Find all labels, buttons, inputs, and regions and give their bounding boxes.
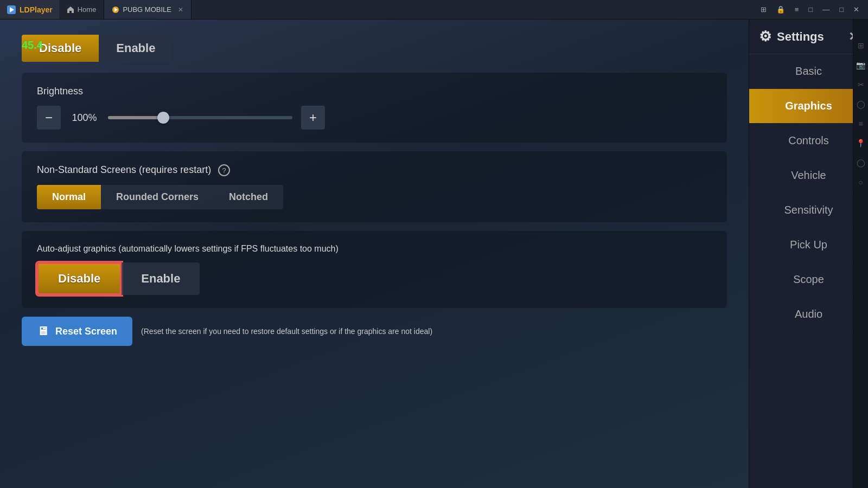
brightness-minus-button[interactable]: − (37, 106, 61, 130)
reset-screen-label: Reset Screen (55, 326, 117, 337)
auto-adjust-section: Auto-adjust graphics (automatically lowe… (22, 231, 727, 308)
reset-screen-button[interactable]: 🖥 Reset Screen (22, 317, 132, 346)
gear-icon: ⚙ (759, 28, 771, 45)
sidebar-item-vehicle[interactable]: Vehicle (749, 158, 868, 193)
sidebar-item-scope[interactable]: Scope (749, 262, 868, 297)
pubg-icon (112, 6, 119, 14)
notched-screen-button[interactable]: Notched (214, 185, 283, 209)
right-edge-icons: ⊞ 📷 ✂ ◯ ≡ 📍 ◯ ○ (853, 20, 868, 488)
tb-icon2[interactable]: 🔒 (772, 3, 789, 16)
settings-title: ⚙ Settings (759, 28, 824, 45)
tb-icon1[interactable]: ⊞ (756, 3, 771, 16)
auto-toggle-row: Disable Enable (37, 262, 712, 295)
brightness-value: 100% (69, 112, 99, 124)
reset-row: 🖥 Reset Screen (Reset the screen if you … (22, 317, 727, 346)
edge-icon-7[interactable]: ◯ (857, 158, 865, 167)
tb-icon3[interactable]: □ (804, 3, 817, 16)
edge-icon-5[interactable]: ≡ (858, 119, 863, 128)
logo-text: LDPlayer (20, 5, 53, 14)
sidebar-item-pickup[interactable]: Pick Up (749, 228, 868, 262)
ldplayer-logo-icon (7, 5, 16, 15)
settings-title-text: Settings (777, 30, 824, 44)
auto-enable-button[interactable]: Enable (122, 262, 200, 295)
brightness-plus-button[interactable]: + (301, 106, 325, 130)
fps-badge: 45.4 (22, 39, 43, 52)
edge-icon-8[interactable]: ○ (858, 178, 863, 187)
monitor-icon: 🖥 (37, 324, 49, 338)
tb-minimize[interactable]: — (818, 3, 834, 16)
normal-screen-button[interactable]: Normal (37, 185, 101, 209)
right-sidebar: ⚙ Settings ✕ Basic Graphics Controls Veh… (749, 20, 868, 488)
non-standard-label-text: Non-Standard Screens (requires restart) (37, 164, 211, 175)
edge-icon-4[interactable]: ◯ (857, 100, 865, 108)
help-icon[interactable]: ? (218, 164, 230, 176)
screen-options: Normal Rounded Corners Notched (37, 185, 712, 209)
home-icon (67, 6, 74, 14)
pubg-tab-label: PUBG MOBILE (123, 5, 171, 14)
tb-menu[interactable]: ≡ (790, 3, 803, 16)
audio-label: Audio (795, 308, 822, 320)
vehicle-label: Vehicle (791, 169, 826, 181)
pubg-tab[interactable]: PUBG MOBILE ✕ (104, 0, 192, 19)
content-area: 45.4 Disable Enable Brightness − 100% + … (0, 20, 749, 488)
auto-disable-button[interactable]: Disable (37, 262, 122, 295)
brightness-label: Brightness (37, 86, 712, 97)
edge-icon-1[interactable]: ⊞ (858, 41, 864, 50)
basic-label: Basic (795, 65, 822, 77)
main-area: 45.4 Disable Enable Brightness − 100% + … (0, 20, 868, 488)
non-standard-section: Non-Standard Screens (requires restart) … (22, 151, 727, 222)
edge-icon-6[interactable]: 📍 (856, 139, 865, 147)
slider-thumb[interactable] (157, 112, 169, 124)
edge-icon-2[interactable]: 📷 (856, 61, 865, 69)
pubg-tab-close[interactable]: ✕ (178, 6, 183, 14)
brightness-section: Brightness − 100% + (22, 73, 727, 143)
home-tab[interactable]: Home (59, 0, 105, 19)
slider-fill (108, 116, 163, 119)
top-enable-button[interactable]: Enable (99, 35, 173, 62)
edge-icon-3[interactable]: ✂ (858, 80, 864, 89)
settings-header: ⚙ Settings ✕ (749, 20, 868, 54)
window-controls: ⊞ 🔒 ≡ □ — □ ✕ (756, 3, 868, 16)
non-standard-label: Non-Standard Screens (requires restart) … (37, 164, 712, 176)
sidebar-item-sensitivity[interactable]: Sensitivity (749, 193, 868, 228)
reset-description: (Reset the screen if you need to restore… (141, 327, 432, 336)
top-toggle-row: Disable Enable (22, 35, 727, 62)
controls-label: Controls (788, 134, 828, 146)
tb-close[interactable]: ✕ (849, 3, 864, 16)
home-tab-label: Home (78, 5, 97, 14)
sidebar-item-audio[interactable]: Audio (749, 297, 868, 332)
graphics-label: Graphics (785, 100, 832, 112)
brightness-slider[interactable] (108, 116, 292, 119)
logo-area: LDPlayer (0, 0, 59, 19)
auto-adjust-desc: Auto-adjust graphics (automatically lowe… (37, 244, 712, 254)
tb-maximize[interactable]: □ (835, 3, 848, 16)
brightness-controls: − 100% + (37, 106, 712, 130)
scope-label: Scope (793, 273, 824, 285)
sidebar-item-graphics[interactable]: Graphics (749, 89, 868, 124)
sensitivity-label: Sensitivity (784, 204, 833, 216)
rounded-screen-button[interactable]: Rounded Corners (101, 185, 214, 209)
top-bar: LDPlayer Home PUBG MOBILE ✕ ⊞ 🔒 ≡ □ — □ … (0, 0, 868, 20)
pickup-label: Pick Up (790, 239, 827, 251)
sidebar-item-controls[interactable]: Controls (749, 124, 868, 158)
sidebar-item-basic[interactable]: Basic (749, 54, 868, 89)
